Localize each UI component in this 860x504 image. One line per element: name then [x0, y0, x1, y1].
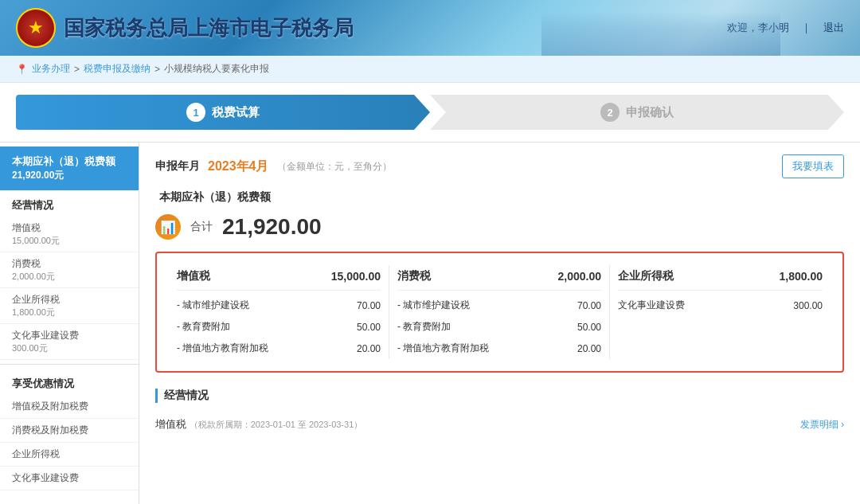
sidebar-item-culture-pref[interactable]: 文化事业建设费 — [0, 467, 139, 490]
sidebar-consumption-label: 消费税 — [12, 258, 41, 269]
culture-main-value: 300.00 — [793, 300, 823, 311]
sidebar-group-youhui-title: 享受优惠情况 — [0, 369, 139, 395]
section-title: 本期应补（退）税费额 — [155, 190, 844, 205]
sidebar-item-corporate[interactable]: 企业所得税 1,800.00元 — [0, 288, 139, 324]
culture-main-label: 文化事业建设费 — [618, 299, 685, 312]
sidebar-vat-label: 增值税 — [12, 222, 41, 233]
consumption-sub2-value: 50.00 — [577, 322, 601, 333]
report-year-value: 2023年4月 — [208, 158, 269, 175]
logo-emblem: ★ — [16, 8, 56, 48]
breakdown-vat-sub3: - 增值地方教育附加税 20.00 — [177, 338, 381, 359]
vat-main-label: 增值税 — [177, 269, 210, 283]
total-value: 21,920.00 — [222, 214, 322, 240]
consumption-main-label: 消费税 — [397, 269, 431, 283]
fill-table-button[interactable]: 我要填表 — [782, 154, 844, 178]
breadcrumb-level2[interactable]: 税费申报及缴纳 — [84, 62, 150, 76]
header-decoration — [541, 0, 780, 56]
sidebar-group-jingying-title: 经营情况 — [0, 190, 139, 217]
sidebar-corporate-pref-label: 企业所得税 — [12, 448, 60, 459]
breakdown-consumption-sub2: - 教育费附加 50.00 — [397, 316, 601, 338]
vat-sub3-value: 20.00 — [357, 343, 381, 354]
sidebar: 本期应补（退）税费额 21,920.00元 经营情况 增值税 15,000.00… — [0, 143, 139, 504]
sidebar-corporate-label: 企业所得税 — [12, 294, 60, 305]
vat-sub3-label: - 增值地方教育附加税 — [177, 342, 268, 355]
sidebar-item-consumption-pref[interactable]: 消费税及附加税费 — [0, 419, 139, 443]
breakdown-col-consumption: 消费税 2,000.00 - 城市维护建设税 70.00 - 教育费附加 50.… — [389, 265, 610, 359]
sidebar-culture-pref-label: 文化事业建设费 — [12, 472, 79, 483]
breakdown-vat-sub1: - 城市维护建设税 70.00 — [177, 295, 381, 316]
sidebar-item-vat[interactable]: 增值税 15,000.00元 — [0, 217, 139, 252]
consumption-sub3-value: 20.00 — [577, 343, 601, 354]
emblem-star: ★ — [28, 18, 44, 38]
report-year-unit: （金额单位：元，至角分） — [277, 160, 392, 174]
biz-title-text: 经营情况 — [164, 389, 209, 403]
consumption-main-value: 2,000.00 — [558, 270, 602, 283]
biz-section-title: 经营情况 — [155, 389, 844, 403]
biz-vat-info: 增值税 （税款所属期：2023-01-01 至 2023-03-31） — [155, 417, 362, 432]
vat-sub1-label: - 城市维护建设税 — [177, 299, 249, 312]
breadcrumb-sep1: > — [74, 64, 80, 75]
logout-link[interactable]: 退出 — [823, 21, 844, 35]
biz-vat-period: （税款所属期：2023-01-01 至 2023-03-31） — [190, 420, 363, 429]
step-1-num: 1 — [186, 103, 205, 122]
content-area: 申报年月 2023年4月 （金额单位：元，至角分） 我要填表 本期应补（退）税费… — [139, 143, 860, 504]
step-2[interactable]: 2 申报确认 — [430, 95, 844, 130]
sidebar-header: 本期应补（退）税费额 21,920.00元 — [0, 147, 139, 190]
corp-main-value: 1,800.00 — [780, 270, 823, 283]
total-amount-row: 📊 合计 21,920.00 — [155, 214, 844, 240]
sidebar-header-amount: 21,920.00元 — [12, 169, 127, 182]
breakdown-culture-main: 文化事业建设费 300.00 — [618, 295, 823, 316]
vat-main-value: 15,000.00 — [331, 270, 381, 283]
breakdown-col-vat: 增值税 15,000.00 - 城市维护建设税 70.00 - 教育费附加 50… — [169, 265, 389, 359]
vat-sub2-label: - 教育费附加 — [177, 320, 230, 334]
sidebar-vat-pref-label: 增值税及附加税费 — [12, 400, 88, 412]
breadcrumb-sep2: > — [154, 64, 160, 75]
sidebar-item-consumption[interactable]: 消费税 2,000.00元 — [0, 252, 139, 288]
consumption-sub3-label: - 增值地方教育附加税 — [397, 342, 489, 355]
step-1-label: 税费试算 — [212, 105, 260, 120]
breadcrumb: 📍 业务办理 > 税费申报及缴纳 > 小规模纳税人要素化申报 — [0, 56, 860, 83]
breakdown-consumption-sub3: - 增值地方教育附加税 20.00 — [397, 338, 601, 359]
tax-breakdown-box: 增值税 15,000.00 - 城市维护建设税 70.00 - 教育费附加 50… — [155, 252, 844, 373]
breakdown-corp-main: 企业所得税 1,800.00 — [618, 265, 823, 291]
total-icon: 📊 — [155, 214, 181, 240]
sidebar-vat-amount: 15,000.00元 — [12, 235, 127, 247]
step-bar: 1 税费试算 2 申报确认 — [0, 83, 860, 143]
total-label: 合计 — [190, 220, 213, 234]
breakdown-vat-sub2: - 教育费附加 50.00 — [177, 316, 381, 338]
location-icon: 📍 — [16, 64, 28, 75]
breadcrumb-home[interactable]: 业务办理 — [32, 62, 70, 76]
vat-sub2-value: 50.00 — [357, 322, 381, 333]
sidebar-consumption-pref-label: 消费税及附加税费 — [12, 424, 88, 436]
breakdown-consumption-sub1: - 城市维护建设税 70.00 — [397, 295, 601, 316]
biz-section: 经营情况 增值税 （税款所属期：2023-01-01 至 2023-03-31）… — [155, 389, 844, 438]
separator: ｜ — [801, 21, 811, 35]
sidebar-item-culture[interactable]: 文化事业建设费 300.00元 — [0, 324, 139, 360]
sidebar-culture-label: 文化事业建设费 — [12, 330, 79, 341]
sidebar-item-vat-pref[interactable]: 增值税及附加税费 — [0, 395, 139, 419]
header: ★ 国家税务总局上海市电子税务局 欢迎，李小明 ｜ 退出 — [0, 0, 860, 56]
breakdown-grid: 增值税 15,000.00 - 城市维护建设税 70.00 - 教育费附加 50… — [169, 265, 831, 359]
breakdown-vat-main: 增值税 15,000.00 — [177, 265, 381, 291]
step-2-label: 申报确认 — [626, 105, 674, 120]
sidebar-corporate-amount: 1,800.00元 — [12, 307, 127, 318]
main-layout: 本期应补（退）税费额 21,920.00元 经营情况 增值税 15,000.00… — [0, 143, 860, 504]
sidebar-item-corporate-pref[interactable]: 企业所得税 — [0, 443, 139, 467]
sidebar-header-title: 本期应补（退）税费额 — [12, 155, 115, 167]
breadcrumb-current: 小规模纳税人要素化申报 — [164, 62, 269, 76]
header-title: 国家税务总局上海市电子税务局 — [64, 14, 354, 42]
sidebar-divider — [0, 364, 139, 365]
detail-link[interactable]: 发票明细 › — [800, 418, 844, 432]
sidebar-consumption-amount: 2,000.00元 — [12, 271, 127, 283]
report-year-label: 申报年月 — [155, 159, 200, 174]
breakdown-col-corp: 企业所得税 1,800.00 文化事业建设费 300.00 — [610, 265, 831, 359]
sidebar-culture-amount: 300.00元 — [12, 342, 127, 354]
breakdown-consumption-main: 消费税 2,000.00 — [397, 265, 601, 291]
consumption-sub2-label: - 教育费附加 — [397, 320, 451, 334]
step-1[interactable]: 1 税费试算 — [16, 95, 430, 130]
header-logo: ★ 国家税务总局上海市电子税务局 — [16, 8, 354, 48]
consumption-sub1-value: 70.00 — [577, 300, 601, 311]
biz-vat-row: 增值税 （税款所属期：2023-01-01 至 2023-03-31） 发票明细… — [155, 411, 844, 438]
corp-main-label: 企业所得税 — [618, 269, 674, 283]
report-year-row: 申报年月 2023年4月 （金额单位：元，至角分） — [155, 158, 392, 175]
